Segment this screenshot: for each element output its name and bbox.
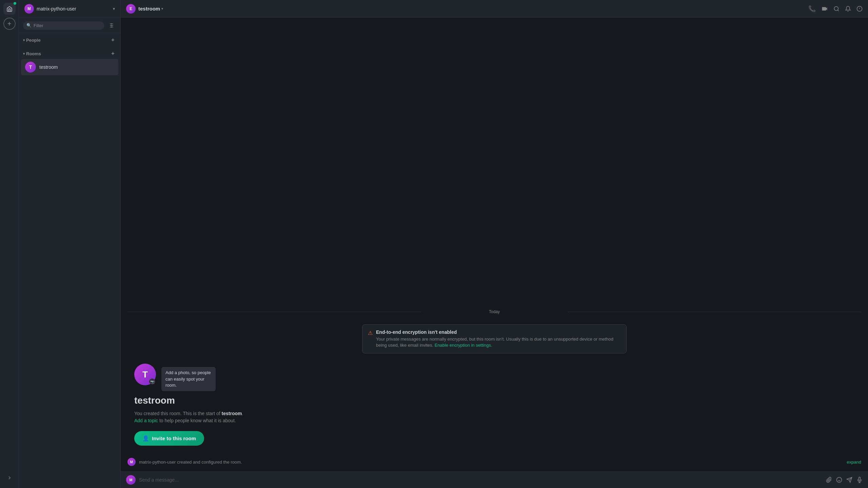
input-actions	[826, 477, 863, 483]
main-panel: E testroom ▾ 📞	[121, 0, 868, 488]
video-button[interactable]	[821, 5, 828, 12]
room-description: You created this room. This is the start…	[134, 410, 243, 424]
room-item-testroom[interactable]: T testroom	[21, 59, 118, 75]
topbar-actions: 📞	[808, 5, 863, 13]
filter-input-wrap: 🔍	[23, 21, 104, 30]
people-section: ▾ People +	[19, 33, 120, 47]
sidebar-username: matrix-python-user	[37, 6, 110, 12]
icon-bar: +	[0, 0, 19, 488]
topbar-room-avatar: E	[126, 4, 136, 14]
add-space-button[interactable]: +	[3, 18, 16, 30]
expand-link[interactable]: expand	[847, 460, 861, 465]
room-photo-avatar[interactable]: T 📷	[134, 364, 156, 385]
notifications-button[interactable]	[845, 6, 851, 12]
room-photo-area: T 📷 Add a photo, so people can easily sp…	[134, 364, 216, 391]
svg-point-10	[837, 477, 842, 483]
voice-button[interactable]	[856, 477, 863, 483]
search-icon: 🔍	[26, 23, 32, 28]
invite-icon: 👤	[142, 435, 149, 442]
sidebar-chevron-icon: ▾	[113, 6, 115, 11]
info-button[interactable]	[856, 6, 863, 12]
sidebar: M matrix-python-user ▾ 🔍 ▾ People + ▾ Ro…	[19, 0, 121, 488]
room-photo-tooltip: Add a photo, so people can easily spot y…	[161, 367, 216, 391]
encryption-warning-content: End-to-end encryption isn't enabled Your…	[376, 329, 621, 348]
collapse-sidebar-icon[interactable]	[5, 473, 14, 483]
camera-icon: 📷	[149, 379, 155, 385]
call-button[interactable]: 📞	[808, 5, 816, 13]
rooms-section-label: Rooms	[26, 51, 41, 56]
system-message-row: M matrix-python-user created and configu…	[127, 456, 861, 468]
rooms-section: ▾ Rooms + T testroom	[19, 47, 120, 77]
user-avatar: M	[24, 4, 34, 14]
emoji-button[interactable]	[836, 477, 842, 483]
topbar-chevron-icon: ▾	[161, 7, 163, 11]
rooms-section-header[interactable]: ▾ Rooms +	[19, 48, 120, 59]
people-section-label: People	[26, 38, 41, 43]
invite-to-room-button[interactable]: 👤 Invite to this room	[134, 431, 204, 446]
message-input-bar: M	[121, 471, 868, 488]
attachment-button[interactable]	[826, 477, 832, 483]
encryption-warning-body: Your private messages are normally encry…	[376, 336, 621, 348]
people-section-header[interactable]: ▾ People +	[19, 35, 120, 45]
message-user-avatar: M	[126, 475, 136, 485]
search-button[interactable]	[833, 6, 840, 12]
sidebar-search: 🔍	[19, 18, 120, 33]
home-button[interactable]	[3, 3, 16, 15]
room-info-section: T 📷 Add a photo, so people can easily sp…	[127, 357, 861, 449]
encryption-warning: ⚠ End-to-end encryption isn't enabled Yo…	[362, 324, 627, 353]
add-room-button[interactable]: +	[110, 50, 116, 57]
room-avatar-testroom: T	[25, 62, 36, 73]
date-divider: Today	[127, 309, 861, 314]
send-button[interactable]	[846, 477, 852, 483]
filter-options-button[interactable]	[107, 21, 116, 30]
system-message-avatar: M	[127, 458, 136, 466]
filter-input[interactable]	[34, 23, 101, 28]
svg-point-6	[834, 6, 838, 11]
room-name-testroom: testroom	[39, 64, 58, 70]
room-title: testroom	[134, 395, 175, 406]
topbar: E testroom ▾ 📞	[121, 0, 868, 18]
topbar-room-name[interactable]: testroom	[138, 6, 160, 12]
message-input[interactable]	[139, 477, 823, 483]
icon-bar-bottom	[5, 473, 14, 485]
encryption-warning-title: End-to-end encryption isn't enabled	[376, 329, 621, 335]
add-topic-link[interactable]: Add a topic	[134, 418, 158, 423]
warning-icon: ⚠	[368, 330, 373, 336]
sidebar-header: M matrix-python-user ▾	[19, 0, 120, 18]
enable-encryption-link[interactable]: Enable encryption in settings.	[435, 343, 492, 348]
people-chevron-icon: ▾	[23, 38, 25, 42]
system-message-text: matrix-python-user created and configure…	[139, 460, 242, 465]
add-person-button[interactable]: +	[110, 37, 116, 43]
messages-area[interactable]: Today ⚠ End-to-end encryption isn't enab…	[121, 18, 868, 471]
rooms-chevron-icon: ▾	[23, 52, 25, 56]
